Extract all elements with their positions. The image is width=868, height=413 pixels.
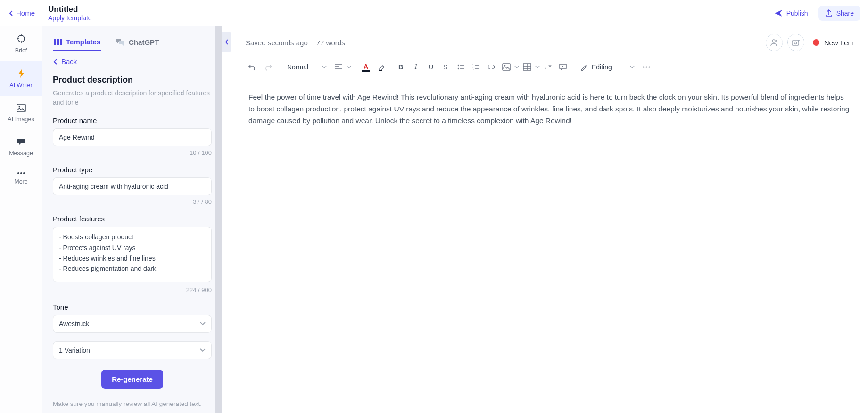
add-collaborator-button[interactable] xyxy=(766,34,783,51)
product-type-input[interactable] xyxy=(53,177,212,195)
strikethrough-button[interactable]: S xyxy=(439,59,453,75)
table-icon xyxy=(523,63,531,71)
collapse-sidebar-button[interactable] xyxy=(222,32,231,52)
chevron-left-icon xyxy=(8,10,13,17)
link-button[interactable] xyxy=(484,59,498,75)
bold-button[interactable]: B xyxy=(394,59,408,75)
home-link[interactable]: Home xyxy=(4,6,40,20)
editing-mode-select[interactable]: Editing xyxy=(577,61,638,73)
svg-rect-9 xyxy=(60,39,62,45)
new-item-button[interactable]: New Item xyxy=(813,39,854,47)
clear-format-icon: T xyxy=(544,63,552,71)
undo-icon xyxy=(248,63,257,71)
italic-button[interactable]: I xyxy=(409,59,423,75)
underline-button[interactable]: U xyxy=(424,59,438,75)
user-plus-icon xyxy=(770,38,778,47)
nav-brief[interactable]: Brief xyxy=(0,26,42,61)
svg-rect-20 xyxy=(503,64,510,70)
nav-ai-writer[interactable]: AI Writer xyxy=(0,61,42,96)
product-features-label: Product features xyxy=(53,215,212,223)
nav-more[interactable]: More xyxy=(0,164,42,193)
paragraph-style-select[interactable]: Normal xyxy=(283,61,331,73)
chevron-down-icon[interactable] xyxy=(535,66,540,68)
more-icon xyxy=(17,172,26,175)
redo-button[interactable] xyxy=(261,59,275,75)
svg-point-6 xyxy=(23,172,25,174)
editor-body[interactable]: Feel the power of time travel with Age R… xyxy=(231,80,868,138)
align-button[interactable] xyxy=(331,59,346,75)
svg-point-21 xyxy=(504,65,506,67)
side-scrollbar[interactable] xyxy=(215,26,222,413)
nav-message[interactable]: Message xyxy=(0,130,42,164)
tab-chatgpt[interactable]: ChatGPT xyxy=(115,34,160,51)
svg-rect-8 xyxy=(57,39,59,45)
highlighter-icon xyxy=(378,63,386,71)
side-panel: Templates ChatGPT Back Product descripti… xyxy=(42,26,222,413)
add-media-button[interactable] xyxy=(787,34,804,51)
bullet-list-button[interactable] xyxy=(454,59,468,75)
publish-button[interactable]: Publish xyxy=(768,6,815,21)
chevron-down-icon xyxy=(200,322,206,326)
nav-message-label: Message xyxy=(9,150,33,157)
link-icon xyxy=(487,64,496,70)
app-header: Home Untitled Apply template Publish Sha… xyxy=(0,0,868,26)
tone-label: Tone xyxy=(53,303,212,311)
nav-ai-images-label: AI Images xyxy=(8,116,34,123)
regenerate-button[interactable]: Re-generate xyxy=(101,370,163,389)
chevron-down-icon[interactable] xyxy=(347,66,351,68)
chevron-down-icon[interactable] xyxy=(514,66,519,68)
product-name-input[interactable] xyxy=(53,128,212,146)
chat-icon xyxy=(116,38,125,47)
comment-icon xyxy=(559,63,567,71)
chevron-left-icon xyxy=(225,39,229,45)
templates-icon xyxy=(54,38,62,46)
variation-value: 1 Variation xyxy=(59,346,90,354)
more-toolbar-button[interactable] xyxy=(639,59,653,75)
svg-text:3: 3 xyxy=(472,68,474,70)
undo-button[interactable] xyxy=(246,59,260,75)
back-button[interactable]: Back xyxy=(53,58,212,66)
variation-select[interactable]: 1 Variation xyxy=(53,341,212,359)
camera-plus-icon xyxy=(792,39,800,46)
numbered-list-button[interactable]: 123 xyxy=(469,59,483,75)
status-dot-icon xyxy=(813,39,819,46)
nav-ai-writer-label: AI Writer xyxy=(9,82,32,89)
text-color-button[interactable]: A xyxy=(358,59,374,75)
svg-point-3 xyxy=(18,106,20,108)
nav-ai-images[interactable]: AI Images xyxy=(0,96,42,130)
text-color-icon: A xyxy=(360,63,372,72)
tab-templates[interactable]: Templates xyxy=(53,34,101,51)
svg-point-12 xyxy=(794,42,796,44)
align-left-icon xyxy=(335,64,342,70)
bullet-list-icon xyxy=(457,64,465,70)
share-button[interactable]: Share xyxy=(818,6,860,21)
table-insert-button[interactable] xyxy=(520,59,534,75)
image-icon xyxy=(502,63,511,71)
product-type-counter: 37 / 80 xyxy=(53,198,212,205)
svg-point-14 xyxy=(458,65,459,66)
editing-mode-label: Editing xyxy=(592,63,612,71)
title-block: Untitled Apply template xyxy=(48,5,92,22)
panel-title: Product description xyxy=(53,75,212,85)
clear-formatting-button[interactable]: T xyxy=(541,59,555,75)
side-tabs: Templates ChatGPT xyxy=(53,32,212,51)
apply-template-link[interactable]: Apply template xyxy=(48,14,92,22)
svg-text:T: T xyxy=(544,64,548,70)
share-label: Share xyxy=(836,9,854,17)
editor: Saved seconds ago 77 words New Item xyxy=(231,26,868,413)
home-label: Home xyxy=(16,9,35,17)
product-features-input[interactable] xyxy=(53,227,212,282)
svg-point-10 xyxy=(772,40,775,42)
bolt-icon xyxy=(17,69,25,78)
image-insert-button[interactable] xyxy=(499,59,513,75)
svg-point-5 xyxy=(20,172,22,174)
tone-select[interactable]: Awestruck xyxy=(53,315,212,333)
comment-button[interactable] xyxy=(556,59,570,75)
product-type-label: Product type xyxy=(53,166,212,174)
doc-title[interactable]: Untitled xyxy=(48,5,92,14)
editor-toolbar: Normal A xyxy=(231,54,868,80)
paragraph-style-value: Normal xyxy=(287,63,308,71)
new-item-label: New Item xyxy=(824,39,854,47)
svg-point-16 xyxy=(458,68,459,70)
highlight-button[interactable] xyxy=(375,59,389,75)
